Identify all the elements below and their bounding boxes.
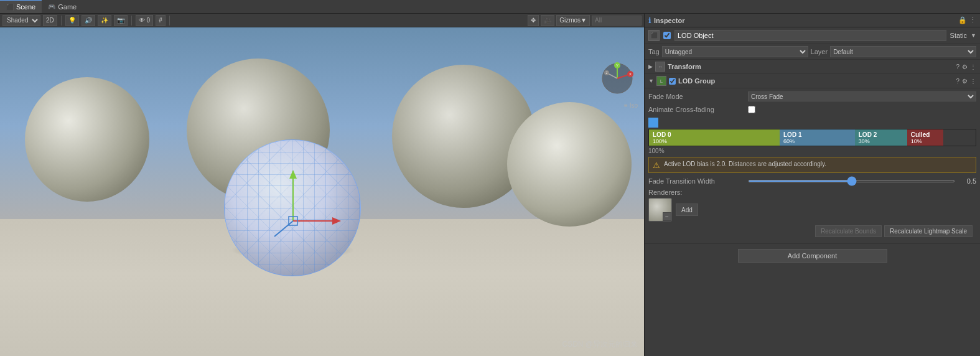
- renderer-remove-btn[interactable]: −: [663, 212, 671, 221]
- fade-transition-slider[interactable]: [748, 180, 955, 182]
- sphere-selected[interactable]: [224, 139, 361, 276]
- search-input[interactable]: [592, 16, 642, 26]
- recalculate-row: Recalculate Bounds Recalculate Lightmap …: [648, 222, 976, 241]
- renderer-item: − Add: [648, 198, 976, 222]
- lod-1-segment[interactable]: LOD 1 60%: [780, 129, 855, 146]
- grid-btn[interactable]: #: [156, 15, 166, 26]
- lod-group-title: LOD Group: [678, 77, 954, 85]
- light-icon-btn[interactable]: 💡: [65, 15, 79, 26]
- tab-bar: ⬛ Scene 🎮 Game: [0, 0, 980, 14]
- animate-checkbox[interactable]: [748, 106, 755, 113]
- camera-view-btn[interactable]: 🎥: [541, 15, 554, 26]
- tag-layer-row: Tag Untagged Layer Default: [645, 44, 980, 60]
- hide-btn[interactable]: 👁 0: [136, 15, 153, 26]
- svg-text:Z: Z: [605, 71, 607, 75]
- renderers-label: Renderers:: [648, 189, 976, 196]
- warning-box: ⚠ Active LOD bias is 2.0. Distances are …: [648, 157, 976, 173]
- animate-label: Animate Cross-fading: [648, 106, 748, 113]
- lod-group-component-header[interactable]: ▼ L LOD Group ? ⚙ ⋮: [645, 74, 980, 88]
- recalculate-bounds-btn[interactable]: Recalculate Bounds: [815, 225, 882, 237]
- lod-settings-icon[interactable]: ⚙: [962, 78, 968, 85]
- lod-bar[interactable]: LOD 0 100% LOD 1 60% LOD 2 30% Culled 10…: [648, 129, 976, 146]
- shading-select[interactable]: Shaded: [2, 15, 40, 26]
- lod-0-label: LOD 0: [653, 131, 776, 138]
- lod-1-label: LOD 1: [783, 131, 851, 138]
- object-active-checkbox[interactable]: [663, 32, 671, 39]
- 2d-button[interactable]: 2D: [43, 15, 57, 26]
- fade-mode-select[interactable]: Cross Fade: [748, 91, 976, 101]
- lod-group-comp-icons: ? ⚙ ⋮: [956, 78, 976, 85]
- add-component-btn[interactable]: Add Component: [738, 249, 887, 263]
- view-axis-widget[interactable]: Y X Z: [600, 62, 635, 96]
- game-tab-icon: 🎮: [48, 3, 55, 10]
- lod-2-label: LOD 2: [859, 131, 903, 138]
- effects-icon-btn[interactable]: ✨: [98, 15, 111, 26]
- add-component-row: Add Component: [645, 244, 980, 268]
- lod-bar-container: LOD 0 100% LOD 1 60% LOD 2 30% Culled 10…: [648, 118, 976, 154]
- static-dropdown-arrow[interactable]: ▼: [971, 32, 976, 39]
- watermark: CSDN @异次元的归来: [562, 339, 638, 350]
- gizmos-btn[interactable]: Gizmos ▼: [556, 15, 590, 26]
- tab-scene[interactable]: ⬛ Scene: [0, 0, 42, 13]
- transform-tools-btn[interactable]: ✥: [528, 15, 539, 26]
- static-label: Static: [950, 32, 968, 39]
- audio-icon-btn[interactable]: 🔊: [82, 15, 95, 26]
- sphere-right[interactable]: [507, 102, 632, 227]
- lod-culled-label: Culled: [911, 131, 940, 138]
- transform-gizmo: [225, 140, 360, 276]
- fade-transition-value: 0.5: [958, 177, 976, 185]
- sphere-left[interactable]: [25, 77, 149, 202]
- object-type-icon: ⬛: [648, 30, 660, 41]
- toolbar-separator-3: [169, 16, 170, 26]
- warning-text: Active LOD bias is 2.0. Distances are ad…: [664, 160, 826, 169]
- transform-title: Transform: [668, 63, 953, 70]
- transform-component-header[interactable]: ▶ ↔ Transform ? ⚙ ⋮: [645, 60, 980, 74]
- camera-icon-btn[interactable]: 📷: [114, 15, 128, 26]
- lod-0-pct: 100%: [653, 138, 776, 144]
- transform-help-icon[interactable]: ?: [956, 63, 959, 70]
- lod-culled-pct: 10%: [911, 138, 940, 144]
- lod-group-icon: L: [656, 76, 666, 86]
- inspector-header: ℹ Inspector 🔒 ⋮: [645, 14, 980, 27]
- transform-more-icon[interactable]: ⋮: [970, 63, 976, 70]
- layer-select[interactable]: Default: [830, 46, 976, 57]
- gizmos-area: ✥ 🎥 Gizmos ▼: [528, 15, 642, 26]
- animate-crossfade-row: Animate Cross-fading: [648, 104, 976, 115]
- renderers-section: Renderers: − Add: [648, 189, 976, 222]
- lod-0-segment[interactable]: LOD 0 100%: [649, 129, 780, 146]
- scene-viewport: Shaded 2D 💡 🔊 ✨ 📷 👁 0 # ✥ 🎥 Gizmos ▼: [0, 14, 644, 356]
- object-name-input[interactable]: [674, 30, 946, 41]
- object-header: ⬛ Static ▼: [645, 27, 980, 44]
- recalculate-lightmap-btn[interactable]: Recalculate Lightmap Scale: [884, 225, 973, 237]
- svg-marker-3: [332, 217, 341, 225]
- lock-icon[interactable]: 🔒: [958, 16, 967, 24]
- game-tab-label: Game: [58, 3, 77, 11]
- scene-tab-icon: ⬛: [6, 4, 14, 11]
- fade-transition-row: Fade Transition Width 0.5: [648, 176, 976, 187]
- lod-culled-segment[interactable]: Culled 10%: [907, 129, 943, 146]
- lod-more-icon[interactable]: ⋮: [970, 78, 976, 85]
- lod-help-icon[interactable]: ?: [956, 78, 959, 85]
- inspector-icon-row: 🔒 ⋮: [958, 16, 976, 24]
- add-renderer-btn[interactable]: Add: [676, 204, 698, 216]
- lod-collapse-arrow: ▼: [648, 78, 654, 84]
- main-content: Shaded 2D 💡 🔊 ✨ 📷 👁 0 # ✥ 🎥 Gizmos ▼: [0, 14, 980, 356]
- svg-marker-1: [289, 170, 297, 179]
- lod-2-segment[interactable]: LOD 2 30%: [855, 129, 907, 146]
- fade-transition-label: Fade Transition Width: [648, 177, 748, 185]
- transform-icon: ↔: [655, 62, 665, 72]
- renderer-thumbnail[interactable]: −: [648, 198, 672, 222]
- watermark-text: CSDN @异次元的归来: [562, 340, 638, 349]
- lod-group-active-checkbox[interactable]: [669, 78, 676, 85]
- transform-settings-icon[interactable]: ⚙: [962, 63, 968, 70]
- tag-select[interactable]: Untagged: [662, 46, 808, 57]
- iso-text: ≡ Iso: [624, 102, 638, 109]
- lod-indicator: [648, 118, 658, 128]
- scene-canvas[interactable]: Y X Z ≡ Iso CSDN @异次元的归来: [0, 27, 644, 356]
- transform-comp-icons: ? ⚙ ⋮: [956, 63, 976, 70]
- more-options-icon[interactable]: ⋮: [969, 16, 976, 24]
- iso-label: ≡ Iso: [624, 102, 638, 109]
- tab-game[interactable]: 🎮 Game: [42, 0, 83, 13]
- fade-mode-label: Fade Mode: [648, 93, 748, 100]
- scene-toolbar: Shaded 2D 💡 🔊 ✨ 📷 👁 0 # ✥ 🎥 Gizmos ▼: [0, 14, 644, 27]
